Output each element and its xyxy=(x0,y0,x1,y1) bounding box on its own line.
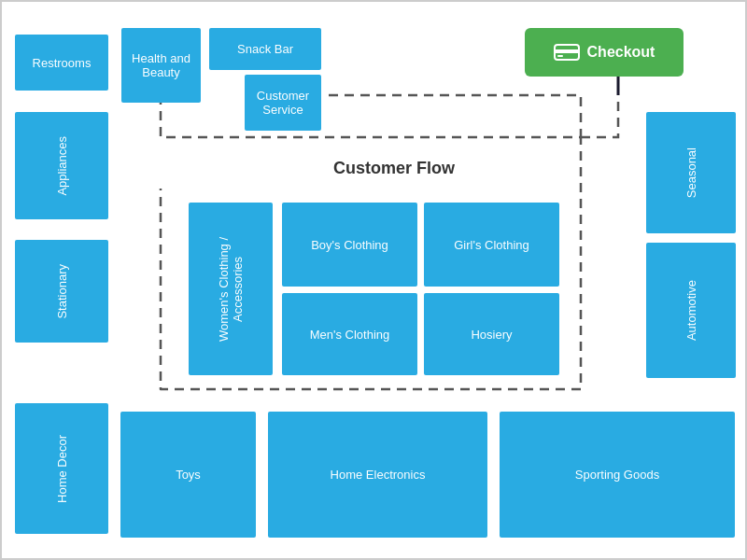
dept-womens-clothing: Women's Clothing / Accessories xyxy=(189,203,273,375)
svg-rect-3 xyxy=(555,49,579,53)
dept-health-beauty: Health and Beauty xyxy=(121,28,201,103)
dept-appliances: Appliances xyxy=(15,112,108,219)
dept-girls-clothing: Girl's Clothing xyxy=(424,203,559,287)
checkout-button[interactable]: Checkout xyxy=(525,28,684,77)
store-map: Customer Flow Checkout RestroomsHealth a… xyxy=(0,0,747,560)
checkout-label: Checkout xyxy=(587,44,655,61)
dept-customer-service: Customer Service xyxy=(245,75,321,131)
dept-home-decor: Home Decor xyxy=(15,403,108,534)
checkout-icon xyxy=(554,42,580,63)
dept-automotive: Automotive xyxy=(646,243,736,378)
dept-stationary: Stationary xyxy=(15,240,108,343)
dept-restrooms: Restrooms xyxy=(15,35,108,91)
dept-boys-clothing: Boy's Clothing xyxy=(282,203,417,287)
customer-flow-label: Customer Flow xyxy=(273,159,515,178)
dept-seasonal: Seasonal xyxy=(646,112,736,233)
dept-mens-clothing: Men's Clothing xyxy=(282,293,417,375)
dept-home-electronics: Home Electronics xyxy=(268,412,487,538)
dept-toys: Toys xyxy=(120,412,256,538)
svg-rect-4 xyxy=(557,55,563,57)
dept-snack-bar: Snack Bar xyxy=(209,28,321,70)
dept-sporting-goods: Sporting Goods xyxy=(500,412,735,538)
dept-hosiery: Hosiery xyxy=(424,293,559,375)
